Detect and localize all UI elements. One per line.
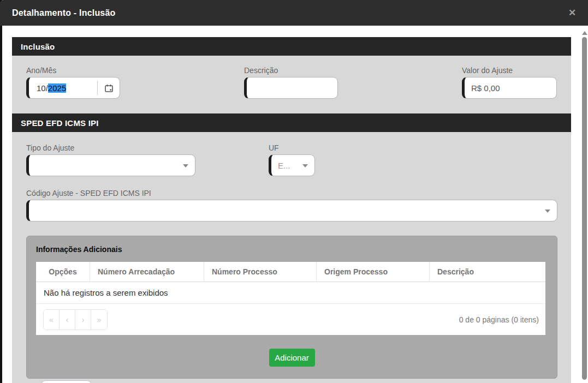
column-header-descricao[interactable]: Descrição [430, 262, 545, 282]
info-table: Opções Número Arrecadação Número Process… [36, 262, 545, 335]
section-header-inclusao: Inclusão [12, 37, 571, 56]
section-header-sped: SPED EFD ICMS IPI [12, 113, 571, 132]
tipo-ajuste-label: Tipo do Ajuste [26, 143, 74, 152]
adicionar-button[interactable]: Adicionar [269, 349, 315, 367]
first-page-button[interactable]: « [44, 310, 60, 330]
vertical-scrollbar[interactable] [581, 27, 587, 383]
ano-mes-input[interactable]: 10/2025 [26, 77, 120, 99]
table-header-row: Opções Número Arrecadação Número Process… [36, 262, 545, 282]
uf-select[interactable]: E... [269, 154, 315, 176]
column-header-opcoes[interactable]: Opções [36, 262, 90, 282]
valor-ajuste-value: R$ 0,00 [471, 83, 500, 93]
column-header-numero-arrecadacao[interactable]: Número Arrecadação [90, 262, 204, 282]
panel-title: Informações Adicionais [27, 236, 557, 262]
pagination-summary: 0 de 0 páginas (0 itens) [459, 315, 539, 324]
last-page-button[interactable]: » [91, 310, 107, 330]
next-page-button[interactable]: › [75, 310, 91, 330]
sped-fields: Tipo do Ajuste UF E... Código Ajuste - S… [12, 132, 571, 383]
modal-titlebar: Detalhamento - Inclusão ✕ [0, 0, 588, 26]
table-pagination: « ‹ › » 0 de 0 páginas (0 itens) [36, 304, 545, 335]
scrollbar-thumb[interactable] [582, 37, 587, 380]
table-empty-message: Não há registros a serem exibidos [36, 282, 545, 304]
field-ano-mes: Ano/Mês 10/2025 [26, 66, 120, 113]
informacoes-adicionais-panel: Informações Adicionais Opções Número Arr… [26, 236, 557, 379]
ano-mes-month: 10/ [37, 83, 48, 93]
ano-mes-value: 10/2025 [29, 83, 97, 93]
uf-label: UF [269, 143, 279, 152]
chevron-down-icon [302, 164, 308, 167]
column-header-numero-processo[interactable]: Número Processo [204, 262, 317, 282]
descricao-input[interactable] [244, 77, 338, 99]
ano-mes-year-selected: 2025 [48, 83, 66, 93]
descricao-label: Descrição [244, 66, 338, 75]
previous-page-button[interactable]: ‹ [60, 310, 75, 330]
valor-ajuste-label: Valor do Ajuste [462, 66, 557, 75]
partial-bottom-button[interactable] [41, 380, 92, 383]
inclusao-fields: Ano/Mês 10/2025 Descrição Valor do A [12, 56, 571, 113]
codigo-ajuste-label: Código Ajuste - SPED EFD ICMS IPI [26, 189, 151, 198]
chevron-down-icon [545, 210, 550, 213]
valor-ajuste-input[interactable]: R$ 0,00 [462, 77, 557, 99]
field-valor-ajuste: Valor do Ajuste R$ 0,00 [462, 66, 557, 113]
modal-title: Detalhamento - Inclusão [12, 8, 116, 18]
codigo-ajuste-select[interactable] [26, 200, 557, 222]
overlay-edge [0, 0, 2, 383]
column-header-origem-processo[interactable]: Origem Processo [317, 262, 430, 282]
uf-value: E... [278, 161, 290, 170]
section-title: SPED EFD ICMS IPI [21, 118, 99, 128]
tipo-ajuste-select[interactable] [26, 154, 195, 176]
scroll-up-icon[interactable] [582, 31, 587, 35]
section-title: Inclusão [21, 42, 55, 51]
ano-mes-label: Ano/Mês [26, 66, 120, 75]
close-icon[interactable]: ✕ [563, 0, 581, 26]
chevron-down-icon [183, 164, 188, 167]
pagination-buttons: « ‹ › » [43, 309, 108, 330]
field-descricao: Descrição [244, 66, 338, 113]
calendar-icon[interactable] [98, 83, 120, 93]
